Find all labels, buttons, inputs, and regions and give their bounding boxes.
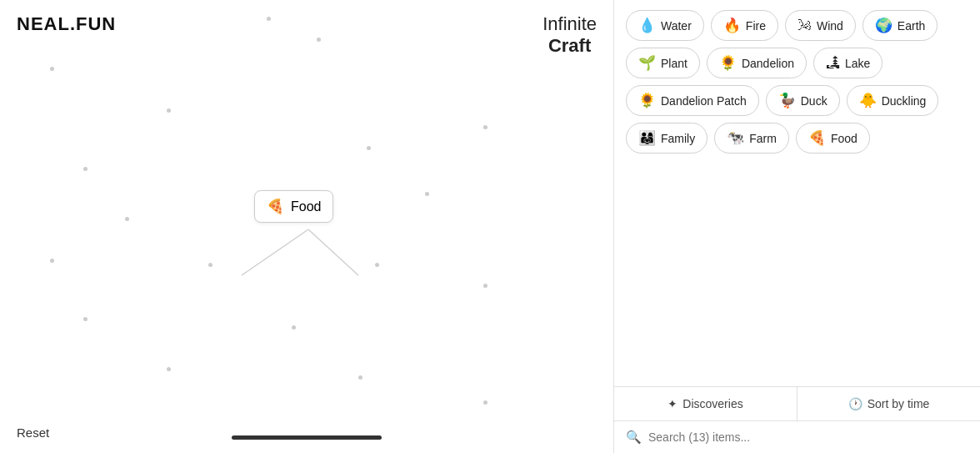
element-btn-dandelion[interactable]: 🌻Dandelion [707,48,807,78]
canvas-dot [292,325,296,330]
canvas-dot [375,263,379,267]
logo: NEAL.FUN [17,13,116,35]
canvas-dot [483,125,488,129]
element-emoji-duckling: 🐥 [859,92,877,109]
canvas-food-emoji: 🍕 [267,198,284,215]
element-label-family: Family [661,132,695,145]
element-label-duck: Duck [801,94,828,108]
element-label-food: Food [831,132,858,145]
svg-line-1 [308,229,358,275]
canvas-dot [167,108,171,113]
panel-tabs: ✦ Discoveries 🕐 Sort by time [614,387,980,421]
sort-time-label: Sort by time [868,397,930,410]
app-title: Infinite Craft [542,13,597,58]
tab-discoveries[interactable]: ✦ Discoveries [614,387,798,420]
sort-time-icon: 🕐 [848,397,862,410]
element-btn-wind[interactable]: 🌬Wind [785,10,856,41]
element-emoji-family: 👨‍👩‍👧 [638,129,656,147]
canvas-dot [50,259,54,263]
element-label-dandelion: Dandelion [742,57,794,70]
element-emoji-wind: 🌬 [798,18,812,34]
element-label-water: Water [661,19,692,33]
element-emoji-plant: 🌱 [638,54,656,72]
canvas-dot [358,375,362,380]
element-emoji-lake: 🏞 [826,55,840,72]
canvas-dot [125,217,129,221]
element-label-farm: Farm [749,132,777,145]
element-btn-earth[interactable]: 🌍Earth [862,10,938,41]
element-label-wind: Wind [817,19,843,33]
element-btn-water[interactable]: 💧Water [626,10,704,41]
element-label-earth: Earth [898,19,925,33]
canvas-food-label: Food [291,199,321,214]
canvas-dot [483,400,488,405]
search-input[interactable] [648,430,968,444]
reset-button[interactable]: Reset [17,425,49,440]
canvas-dot [208,263,212,267]
scroll-indicator [232,435,382,440]
element-label-plant: Plant [661,57,688,70]
element-emoji-fire: 🔥 [723,17,741,34]
canvas-food-item[interactable]: 🍕 Food [254,190,333,223]
search-icon: 🔍 [626,430,642,445]
element-emoji-water: 💧 [638,17,656,34]
discoveries-label: Discoveries [682,397,742,410]
search-area: 🔍 [614,421,980,453]
element-btn-duckling[interactable]: 🐥Duckling [847,85,939,116]
element-emoji-earth: 🌍 [875,17,892,34]
elements-grid: 💧Water🔥Fire🌬Wind🌍Earth🌱Plant🌻Dandelion🏞L… [614,0,980,386]
canvas-dot [50,67,54,71]
panel-bottom: ✦ Discoveries 🕐 Sort by time 🔍 [614,386,980,453]
element-label-lake: Lake [845,57,870,70]
element-emoji-farm: 🐄 [727,129,744,147]
canvas-header: NEAL.FUN Infinite Craft [0,0,613,58]
element-btn-plant[interactable]: 🌱Plant [626,48,700,78]
element-btn-dandelion-patch[interactable]: 🌻Dandelion Patch [626,85,759,116]
element-btn-family[interactable]: 👨‍👩‍👧Family [626,123,708,154]
tab-sort-by-time[interactable]: 🕐 Sort by time [798,387,980,420]
canvas-dot [483,284,488,288]
discoveries-icon: ✦ [668,397,678,410]
canvas-dot [83,167,88,171]
element-label-duckling: Duckling [882,94,927,108]
canvas-dot [267,17,271,21]
canvas-area: NEAL.FUN Infinite Craft 🍕 Food Reset [0,0,613,453]
canvas-dot [167,367,171,371]
element-emoji-food: 🍕 [808,129,826,147]
element-label-dandelion-patch: Dandelion Patch [661,94,747,108]
element-btn-duck[interactable]: 🦆Duck [766,85,840,116]
element-emoji-dandelion-patch: 🌻 [638,92,656,109]
element-emoji-dandelion: 🌻 [719,54,737,72]
app-container: NEAL.FUN Infinite Craft 🍕 Food Reset 💧Wa… [0,0,980,453]
element-btn-fire[interactable]: 🔥Fire [711,10,778,41]
canvas-dot [83,317,88,321]
element-emoji-duck: 🦆 [778,92,796,109]
canvas-dot [425,192,429,196]
element-btn-food[interactable]: 🍕Food [796,123,870,154]
svg-line-0 [242,229,308,275]
canvas-dot [317,38,321,42]
app-title-line2: Craft [542,35,597,57]
element-label-fire: Fire [746,19,766,33]
canvas-dot [367,146,371,150]
canvas-lines-svg [0,0,613,453]
app-title-line1: Infinite [542,13,597,35]
right-panel: 💧Water🔥Fire🌬Wind🌍Earth🌱Plant🌻Dandelion🏞L… [613,0,980,453]
element-btn-farm[interactable]: 🐄Farm [714,123,789,154]
element-btn-lake[interactable]: 🏞Lake [813,48,882,78]
